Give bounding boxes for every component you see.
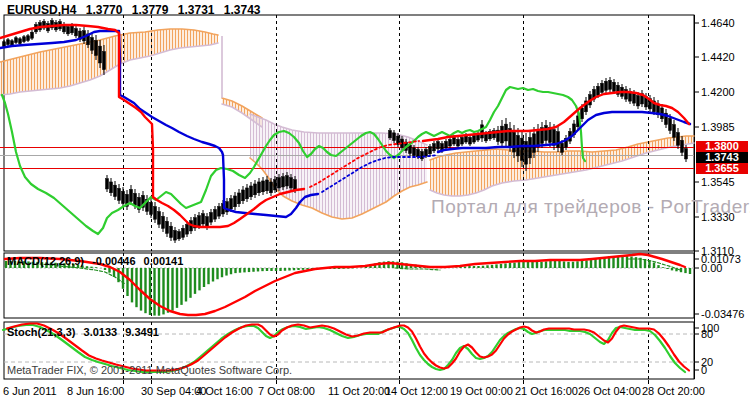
- copyright-text: MetaTrader FIX, © 2001-2011 MetaQuotes S…: [7, 364, 292, 376]
- axis-scale-label: -0.03476: [701, 308, 744, 320]
- symbol-period-label: EURUSD,H4: [7, 3, 76, 17]
- axis-scale-label: 1.3985: [701, 121, 735, 133]
- time-axis-label: 19 Oct 00:00: [450, 385, 513, 397]
- price-badge: 1.3655: [696, 163, 748, 174]
- time-axis-label: 14 Oct 12:00: [385, 385, 448, 397]
- time-axis-label: 8 Jun 16:00: [67, 385, 125, 397]
- time-axis-label: 26 Oct 04:00: [578, 385, 641, 397]
- axis-scale-label: 80: [701, 328, 713, 340]
- macd-value1: -0.00446: [92, 255, 135, 267]
- time-axis-label: 7 Oct 08:00: [258, 385, 315, 397]
- time-axis-label: 21 Oct 16:00: [515, 385, 578, 397]
- axis-scale-label: 0: [701, 364, 707, 376]
- stoch-value1: 3.0133: [84, 326, 118, 338]
- macd-indicator-label: MACD(12,26,9) -0.00446 0.00141: [7, 255, 188, 267]
- axis-scale-label: 1.3330: [701, 211, 735, 223]
- time-axis-label: 28 Oct 20:00: [642, 385, 705, 397]
- stoch-value2: 9.3491: [125, 326, 159, 338]
- axis-scale-label: 1.4420: [701, 51, 735, 63]
- ichimoku-cloud: [0, 29, 218, 95]
- time-axis-label: 6 Jun 2011: [3, 385, 57, 397]
- macd-name: MACD(12,26,9): [7, 255, 84, 267]
- close-value: 1.3743: [224, 3, 261, 17]
- time-axis-label: 4 Oct 16:00: [196, 385, 253, 397]
- low-value: 1.3731: [178, 3, 215, 17]
- chart-title: EURUSD,H4 1.3770 1.3779 1.3731 1.3743: [7, 3, 267, 17]
- axis-scale-label: 1.4200: [701, 86, 735, 98]
- axis-scale-label: 0.00: [701, 262, 722, 274]
- stoch-indicator-label: Stoch(21,3,3) 3.0133 9.3491: [7, 326, 164, 338]
- macd-value2: 0.00141: [144, 255, 184, 267]
- metatrader-chart-window: EURUSD,H4 1.3770 1.3779 1.3731 1.3743 MA…: [0, 0, 750, 400]
- axis-scale-label: 1.4640: [701, 17, 735, 29]
- high-value: 1.3779: [132, 3, 169, 17]
- open-value: 1.3770: [86, 3, 123, 17]
- stoch-name: Stoch(21,3,3): [7, 326, 75, 338]
- axis-scale-label: 1.3545: [701, 176, 735, 188]
- time-axis-label: 11 Oct 20:00: [328, 385, 390, 397]
